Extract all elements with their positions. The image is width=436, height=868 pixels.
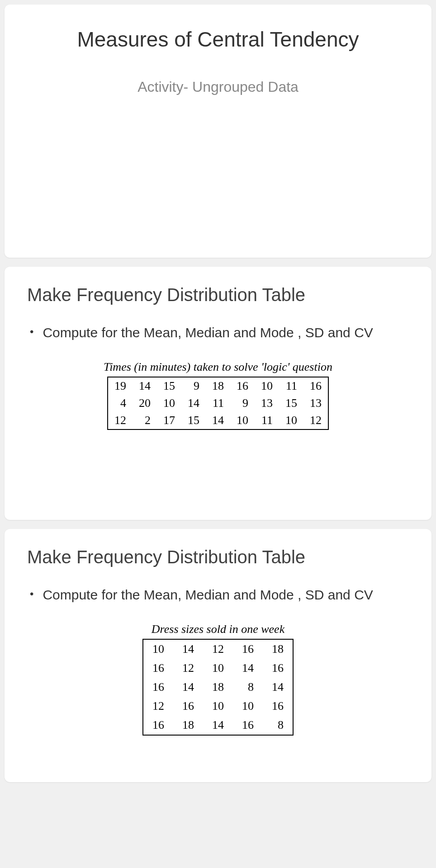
main-subtitle: Activity- Ungrouped Data [27, 79, 409, 95]
slide-title-card: Measures of Central Tendency Activity- U… [5, 5, 431, 258]
slide-frequency-1: Make Frequency Distribution Table • Comp… [5, 267, 431, 520]
bullet-item: • Compute for the Mean, Median and Mode … [27, 585, 409, 604]
table-wrapper-1: Times (in minutes) taken to solve 'logic… [27, 360, 409, 430]
table-wrapper-2: Dress sizes sold in one week 10 14 12 16… [27, 623, 409, 736]
slide-heading: Make Frequency Distribution Table [27, 547, 409, 567]
table-caption: Dress sizes sold in one week [152, 623, 284, 636]
table-row: 12 2 17 15 14 10 11 10 12 [108, 412, 328, 429]
bullet-text: Compute for the Mean, Median and Mode , … [43, 585, 373, 604]
bullet-dot-icon: • [30, 585, 33, 603]
bullet-item: • Compute for the Mean, Median and Mode … [27, 323, 409, 342]
slide-heading: Make Frequency Distribution Table [27, 285, 409, 305]
data-table-logic: 19 14 15 9 18 16 10 11 16 4 20 10 14 11 … [107, 377, 329, 430]
table-row: 12 16 10 10 16 [143, 697, 293, 716]
table-row: 16 14 18 8 14 [143, 678, 293, 697]
table-row: 4 20 10 14 11 9 13 15 13 [108, 395, 328, 412]
main-title: Measures of Central Tendency [27, 27, 409, 52]
bullet-text: Compute for the Mean, Median and Mode , … [43, 323, 373, 342]
table-row: 16 12 10 14 16 [143, 659, 293, 678]
slide-frequency-2: Make Frequency Distribution Table • Comp… [5, 529, 431, 782]
table-caption: Times (in minutes) taken to solve 'logic… [104, 360, 332, 374]
bullet-list: • Compute for the Mean, Median and Mode … [27, 323, 409, 342]
table-row: 19 14 15 9 18 16 10 11 16 [108, 377, 328, 395]
data-table-dress: 10 14 12 16 18 16 12 10 14 16 16 14 18 8… [142, 639, 294, 736]
bullet-list: • Compute for the Mean, Median and Mode … [27, 585, 409, 604]
table-row: 16 18 14 16 8 [143, 716, 293, 735]
bullet-dot-icon: • [30, 323, 33, 340]
table-row: 10 14 12 16 18 [143, 639, 293, 659]
